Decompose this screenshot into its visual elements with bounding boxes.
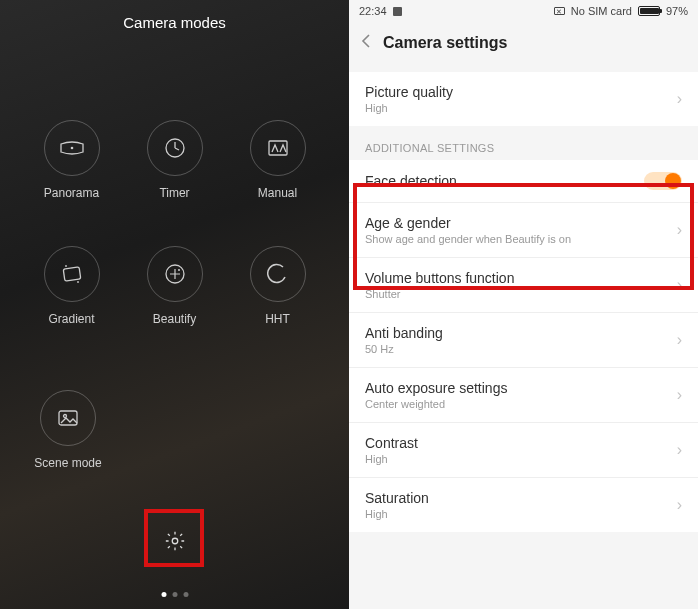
item-title: Saturation — [365, 490, 429, 506]
mode-label: Manual — [258, 186, 297, 200]
status-battery-pct: 97% — [666, 5, 688, 17]
page-dot — [172, 592, 177, 597]
panorama-icon — [44, 120, 100, 176]
item-face-detection[interactable]: Face detection — [349, 160, 698, 203]
mode-gradient[interactable]: Gradient — [20, 246, 123, 326]
item-sub: 50 Hz — [365, 343, 443, 355]
settings-title: Camera settings — [383, 34, 508, 52]
chevron-right-icon: › — [677, 496, 682, 514]
chevron-right-icon: › — [677, 386, 682, 404]
item-title: Age & gender — [365, 215, 571, 231]
item-sub: Show age and gender when Beautify is on — [365, 233, 571, 245]
mode-scene[interactable]: Scene mode — [20, 390, 116, 470]
svg-rect-3 — [63, 267, 81, 281]
settings-header: Camera settings — [349, 22, 698, 64]
status-time: 22:34 — [359, 5, 387, 17]
manual-icon — [250, 120, 306, 176]
page-dot — [183, 592, 188, 597]
item-auto-exposure[interactable]: Auto exposure settings Center weighted › — [349, 368, 698, 423]
mode-label: HHT — [265, 312, 290, 326]
back-button[interactable] — [361, 33, 371, 54]
mode-manual[interactable]: Manual — [226, 120, 329, 200]
mode-label: Scene mode — [34, 456, 101, 470]
item-title: Picture quality — [365, 84, 453, 100]
item-picture-quality[interactable]: Picture quality High › — [349, 72, 698, 126]
mode-label: Timer — [159, 186, 189, 200]
chevron-right-icon: › — [677, 221, 682, 239]
svg-point-0 — [70, 147, 73, 150]
camera-modes-screen: Camera modes Panorama Timer — [0, 0, 349, 609]
section-additional-settings: ADDITIONAL SETTINGS — [349, 126, 698, 160]
page-indicator — [161, 592, 188, 597]
mode-label: Panorama — [44, 186, 99, 200]
chevron-right-icon: › — [677, 441, 682, 459]
item-age-gender[interactable]: Age & gender Show age and gender when Be… — [349, 203, 698, 258]
item-title: Contrast — [365, 435, 418, 451]
item-sub: High — [365, 508, 429, 520]
timer-icon — [147, 120, 203, 176]
notification-icon — [393, 7, 402, 16]
hht-icon — [250, 246, 306, 302]
item-title: Volume buttons function — [365, 270, 514, 286]
item-sub: Shutter — [365, 288, 514, 300]
no-sim-icon: ✕ — [554, 7, 565, 15]
page-dot — [161, 592, 166, 597]
item-sub: High — [365, 453, 418, 465]
battery-icon — [638, 6, 660, 16]
mode-timer[interactable]: Timer — [123, 120, 226, 200]
beautify-icon — [147, 246, 203, 302]
item-title: Auto exposure settings — [365, 380, 507, 396]
item-contrast[interactable]: Contrast High › — [349, 423, 698, 478]
camera-settings-screen: 22:34 ✕ No SIM card 97% Camera settings … — [349, 0, 698, 609]
item-sub: High — [365, 102, 453, 114]
settings-gear-button[interactable] — [164, 530, 186, 556]
mode-label: Beautify — [153, 312, 196, 326]
mode-label: Gradient — [48, 312, 94, 326]
item-saturation[interactable]: Saturation High › — [349, 478, 698, 532]
face-detection-toggle[interactable] — [644, 172, 682, 190]
gradient-icon — [44, 246, 100, 302]
scene-icon — [40, 390, 96, 446]
chevron-right-icon: › — [677, 90, 682, 108]
chevron-right-icon: › — [677, 276, 682, 294]
camera-modes-grid: Panorama Timer Manual — [0, 120, 349, 326]
svg-point-7 — [64, 415, 67, 418]
item-volume-buttons[interactable]: Volume buttons function Shutter › — [349, 258, 698, 313]
mode-beautify[interactable]: Beautify — [123, 246, 226, 326]
status-bar: 22:34 ✕ No SIM card 97% — [349, 0, 698, 22]
status-sim: No SIM card — [571, 5, 632, 17]
item-sub: Center weighted — [365, 398, 507, 410]
item-title: Face detection — [365, 173, 457, 189]
camera-modes-title: Camera modes — [123, 14, 226, 31]
chevron-right-icon: › — [677, 331, 682, 349]
toggle-knob — [665, 173, 681, 189]
mode-hht[interactable]: HHT — [226, 246, 329, 326]
item-anti-banding[interactable]: Anti banding 50 Hz › — [349, 313, 698, 368]
item-title: Anti banding — [365, 325, 443, 341]
svg-point-5 — [178, 269, 180, 271]
svg-point-8 — [172, 538, 178, 544]
mode-panorama[interactable]: Panorama — [20, 120, 123, 200]
